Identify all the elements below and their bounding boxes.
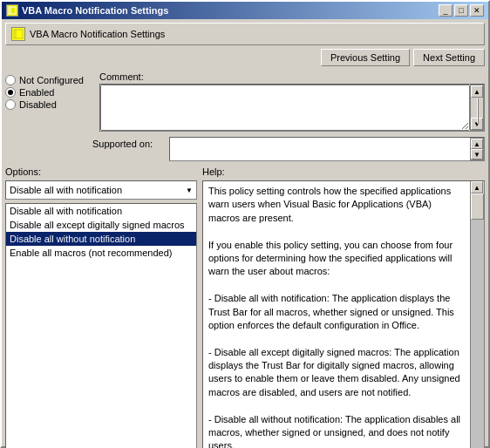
window-body: VBA Macro Notification Settings Previous… (2, 19, 488, 448)
options-help-row: Options: Disable all with notification ▼… (5, 166, 485, 448)
maximize-button[interactable]: □ (454, 4, 468, 17)
svg-rect-0 (9, 7, 16, 14)
radio-not-configured-label: Not Configured (19, 75, 84, 85)
title-bar-left: VBA Macro Notification Settings (6, 4, 168, 17)
radio-group: Not Configured Enabled Disabled (5, 71, 92, 132)
help-scroll-track (471, 193, 484, 448)
dropdown-arrow-icon: ▼ (186, 187, 193, 194)
supported-scroll-up[interactable]: ▲ (471, 139, 483, 149)
title-bar-controls: _ □ ✕ (439, 4, 484, 17)
close-button[interactable]: ✕ (470, 4, 484, 17)
svg-rect-2 (14, 30, 23, 38)
comment-scroll-thumb (477, 98, 479, 124)
help-scroll-up[interactable]: ▲ (471, 181, 483, 193)
sub-title-icon (11, 27, 25, 41)
supported-label: Supported on: (92, 137, 162, 149)
radio-not-configured[interactable]: Not Configured (5, 75, 92, 85)
options-dropdown[interactable]: Disable all with notification ▼ (5, 180, 197, 200)
sub-title-text: VBA Macro Notification Settings (30, 29, 165, 39)
radio-not-configured-input[interactable] (5, 75, 16, 85)
supported-row: Supported on: ▲ ▼ (92, 137, 485, 161)
supported-scrollbar: ▲ ▼ (470, 138, 484, 160)
title-bar-text: VBA Macro Notification Settings (22, 5, 168, 16)
comment-textarea[interactable] (100, 85, 470, 131)
title-bar: VBA Macro Notification Settings _ □ ✕ (2, 2, 488, 19)
main-window: VBA Macro Notification Settings _ □ ✕ VB… (0, 0, 490, 448)
radio-enabled[interactable]: Enabled (5, 87, 92, 98)
help-content-wrapper: This policy setting controls how the spe… (202, 180, 485, 448)
comment-section: Comment: ▲ ▼ (99, 71, 485, 132)
help-label: Help: (202, 166, 485, 177)
comment-scrollbar: ▲ ▼ (470, 85, 484, 131)
help-scroll-thumb (471, 193, 484, 220)
option-item-2[interactable]: Disable all without notification (6, 232, 196, 246)
toolbar-area: Previous Setting Next Setting (5, 49, 485, 66)
options-list-wrapper: Disable all with notification Disable al… (5, 203, 197, 448)
options-dropdown-value: Disable all with notification (10, 185, 122, 195)
minimize-button[interactable]: _ (439, 4, 453, 17)
options-label: Options: (5, 166, 197, 177)
supported-value (170, 138, 470, 160)
radio-disabled-input[interactable] (5, 99, 16, 110)
help-section: Help: This policy setting controls how t… (202, 166, 485, 448)
main-content: Not Configured Enabled Disabled Comment: (5, 71, 485, 448)
supported-scroll-down[interactable]: ▼ (471, 149, 483, 160)
sub-title-bar: VBA Macro Notification Settings (5, 23, 485, 45)
radio-enabled-label: Enabled (19, 87, 54, 98)
radio-disabled[interactable]: Disabled (5, 99, 92, 110)
help-text: This policy setting controls how the spe… (203, 181, 470, 448)
next-setting-button[interactable]: Next Setting (413, 49, 485, 66)
app-icon (6, 4, 18, 17)
comment-scroll-up[interactable]: ▲ (471, 85, 483, 98)
comment-wrapper: ▲ ▼ (99, 84, 485, 132)
option-item-1[interactable]: Disable all except digitally signed macr… (6, 218, 196, 232)
previous-setting-button[interactable]: Previous Setting (321, 49, 410, 66)
radio-disabled-label: Disabled (19, 99, 57, 110)
help-scrollbar: ▲ ▼ (470, 181, 484, 448)
option-item-3[interactable]: Enable all macros (not recommended) (6, 246, 196, 260)
comment-label: Comment: (99, 71, 485, 82)
supported-wrapper: ▲ ▼ (169, 137, 485, 161)
top-section: Not Configured Enabled Disabled Comment: (5, 71, 485, 132)
options-section: Options: Disable all with notification ▼… (5, 166, 197, 448)
radio-enabled-input[interactable] (5, 87, 16, 98)
options-list: Disable all with notification Disable al… (6, 204, 196, 448)
option-item-0[interactable]: Disable all with notification (6, 204, 196, 218)
